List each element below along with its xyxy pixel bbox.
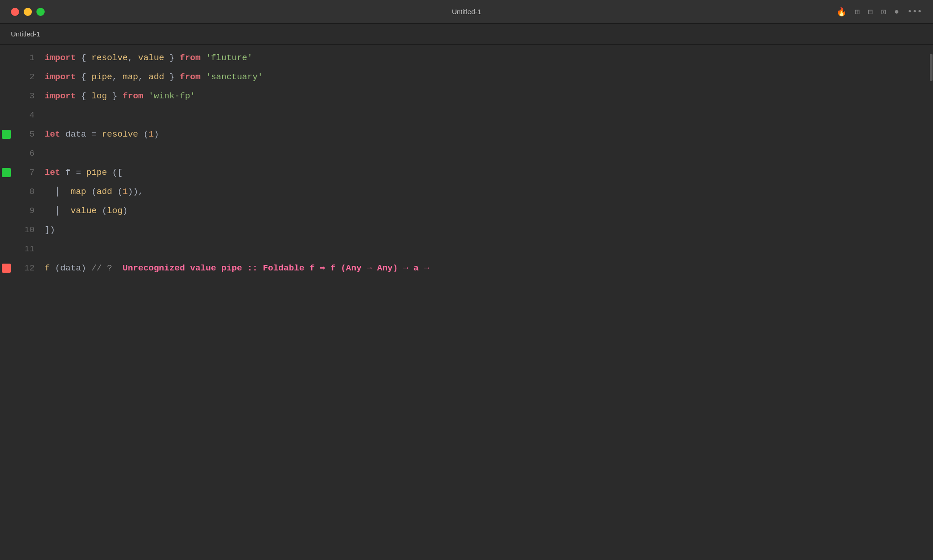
token: ): [81, 263, 92, 273]
line-number-7: 7: [13, 163, 45, 182]
line-row: 12f (data) // ? Unrecognized value pipe …: [0, 259, 933, 278]
line-number-10: 10: [13, 220, 45, 239]
token: import: [45, 53, 76, 63]
scrollbar-thumb[interactable]: [930, 54, 933, 81]
code-line-10: ]): [45, 220, 933, 239]
token: ): [154, 129, 159, 139]
token: from: [123, 91, 144, 101]
line-number-2: 2: [13, 67, 45, 87]
code-line-1: import { resolve, value } from 'fluture': [45, 48, 933, 67]
line-number-9: 9: [13, 201, 45, 220]
token: {: [76, 72, 91, 82]
editor-lines: 1import { resolve, value } from 'fluture…: [0, 45, 933, 278]
line-number-4: 4: [13, 106, 45, 125]
token: resolve: [92, 53, 128, 63]
flame-icon[interactable]: 🔥: [836, 7, 846, 17]
token: (: [112, 187, 123, 197]
token: import: [45, 91, 76, 101]
token: pipe: [92, 72, 113, 82]
title-bar: Untitled-1 🔥 ⊞ ⊟ ⊡ ● •••: [0, 0, 933, 24]
token: ]): [45, 225, 55, 235]
token: 'wink-fp': [149, 91, 195, 101]
token: [144, 91, 149, 101]
token: data: [60, 263, 81, 273]
token: (: [97, 206, 107, 216]
maximize-button[interactable]: [36, 8, 45, 16]
token: pipe: [86, 168, 107, 178]
line-row: 6: [0, 144, 933, 163]
token: map: [71, 187, 86, 197]
traffic-lights: [11, 8, 45, 16]
token: 1: [149, 129, 154, 139]
token: {: [76, 53, 91, 63]
token: }: [107, 91, 123, 101]
minimize-button[interactable]: [24, 8, 32, 16]
line-row: 2import { pipe, map, add } from 'sanctua…: [0, 67, 933, 87]
token: add: [97, 187, 112, 197]
token: ([: [107, 168, 123, 178]
title-icons: 🔥 ⊞ ⊟ ⊡ ● •••: [836, 7, 922, 17]
window-title: Untitled-1: [452, 8, 481, 15]
editor-area: 1import { resolve, value } from 'fluture…: [0, 45, 933, 560]
token: resolve: [102, 129, 138, 139]
line-number-12: 12: [13, 259, 45, 278]
code-line-5: let data = resolve (1): [45, 125, 933, 144]
code-line-9: │ value (log): [45, 201, 933, 220]
token: add: [149, 72, 164, 82]
token: ,: [112, 72, 123, 82]
token: Unrecognized value pipe :: Foldable f ⇒ …: [112, 263, 429, 273]
code-line-8: │ map (add (1)),: [45, 182, 933, 201]
line-number-6: 6: [13, 144, 45, 163]
line-row: 7let f = pipe ([: [0, 163, 933, 182]
code-line-2: import { pipe, map, add } from 'sanctuar…: [45, 67, 933, 87]
token: }: [164, 53, 179, 63]
code-editor[interactable]: 1import { resolve, value } from 'fluture…: [0, 45, 933, 560]
close-button[interactable]: [11, 8, 19, 16]
layout-icon-2[interactable]: ⊟: [868, 7, 873, 17]
line-row: 5let data = resolve (1): [0, 125, 933, 144]
token: // ?: [92, 263, 113, 273]
token: [200, 72, 205, 82]
line-number-1: 1: [13, 48, 45, 67]
token: [200, 53, 205, 63]
code-line-7: let f = pipe ([: [45, 163, 933, 182]
token: ,: [138, 72, 149, 82]
token: from: [180, 72, 201, 82]
layout-icon-3[interactable]: ⊡: [881, 7, 886, 17]
token: from: [180, 53, 201, 63]
line-row: 3import { log } from 'wink-fp': [0, 87, 933, 106]
token: let: [45, 129, 60, 139]
token: [45, 187, 55, 197]
token: (: [50, 263, 60, 273]
code-line-3: import { log } from 'wink-fp': [45, 87, 933, 106]
line-number-5: 5: [13, 125, 45, 144]
scrollbar[interactable]: [929, 45, 933, 560]
line-12-indicator: [2, 264, 11, 273]
token: │: [55, 187, 60, 197]
token: (: [86, 187, 97, 197]
line-row: 11: [0, 239, 933, 259]
more-icon[interactable]: •••: [907, 7, 922, 16]
token: value: [71, 206, 97, 216]
token: ,: [128, 53, 138, 63]
token: ): [123, 206, 128, 216]
token: f =: [60, 168, 86, 178]
line-row: 9 │ value (log): [0, 201, 933, 220]
token: (: [138, 129, 149, 139]
layout-icon-1[interactable]: ⊞: [855, 7, 860, 17]
token: [60, 206, 71, 216]
token: 'fluture': [206, 53, 253, 63]
line-row: 4: [0, 106, 933, 125]
tab-title[interactable]: Untitled-1: [11, 30, 40, 38]
line-row: 10]): [0, 220, 933, 239]
tab-bar: Untitled-1: [0, 24, 933, 45]
line-row: 8 │ map (add (1)),: [0, 182, 933, 201]
token: }: [164, 72, 179, 82]
token: {: [76, 91, 91, 101]
line-7-indicator: [2, 168, 11, 177]
line-row: 1import { resolve, value } from 'fluture…: [0, 48, 933, 67]
code-line-12: f (data) // ? Unrecognized value pipe ::…: [45, 259, 933, 278]
token: [60, 187, 71, 197]
token: 'sanctuary': [206, 72, 263, 82]
line-5-indicator: [2, 130, 11, 139]
